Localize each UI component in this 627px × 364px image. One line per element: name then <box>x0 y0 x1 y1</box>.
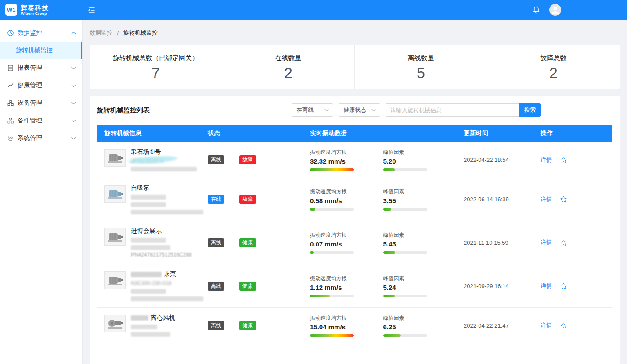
equipment-thumbnail <box>104 315 126 332</box>
star-icon[interactable] <box>560 282 567 290</box>
detail-link[interactable]: 详情 <box>541 156 552 164</box>
detail-link[interactable]: 详情 <box>541 196 552 203</box>
sidebar-collapse-icon[interactable] <box>88 7 96 14</box>
crest-value: 6.25 <box>383 323 457 331</box>
logo-mark: W1 <box>5 4 17 16</box>
crest-value: 5.20 <box>383 157 457 165</box>
chevron-down-icon <box>71 67 76 70</box>
rms-bar-fill <box>310 334 354 337</box>
stat-online: 在线数量 2 <box>222 45 355 89</box>
sidebar-item-system-management[interactable]: 系统管理 <box>0 129 82 147</box>
sidebar-item-spareparts-management[interactable]: 备件管理 <box>0 112 82 129</box>
equipment-name: 水泵 <box>131 271 200 278</box>
rms-label: 振动速度均方根 <box>310 188 383 196</box>
update-time: 2022-04-22 18:54 <box>456 157 533 163</box>
health-status-select[interactable]: 健康状态 <box>339 103 380 117</box>
rms-label: 振动速度均方根 <box>310 232 383 239</box>
update-time: 2022-06-14 16:39 <box>456 196 533 203</box>
stat-label: 旋转机械总数（已绑定网关） <box>90 54 222 62</box>
crest-value: 5.45 <box>383 240 457 248</box>
search-input[interactable] <box>386 103 519 117</box>
chevron-down-icon <box>71 119 76 122</box>
rms-bar-track <box>310 168 354 171</box>
crest-bar-track <box>383 251 427 254</box>
sidebar-item-label: 数据监控 <box>18 29 42 37</box>
crest-bar-track <box>383 295 427 297</box>
sidebar-item-health-management[interactable]: 健康管理 <box>0 77 82 94</box>
notification-bell-icon[interactable] <box>532 6 541 14</box>
sidebar-item-rotating-machinery[interactable]: 旋转机械监控 <box>0 42 82 59</box>
breadcrumb: 数据监控 / 旋转机械监控 <box>90 29 620 37</box>
rms-bar-fill <box>310 295 330 297</box>
components-icon <box>7 117 14 124</box>
star-icon[interactable] <box>560 322 567 329</box>
rms-value: 0.07 mm/s <box>310 240 383 248</box>
rms-value: 15.04 mm/s <box>310 323 383 331</box>
redacted-text <box>131 245 170 250</box>
crest-label: 峰值因素 <box>383 275 457 282</box>
stats-summary-card: 旋转机械总数（已绑定网关） 7 在线数量 2 离线数量 5 故障总数 2 <box>90 45 620 89</box>
crest-bar-track <box>383 334 427 337</box>
equipment-serial: PN42478217512516C288 <box>131 252 192 258</box>
redacted-text <box>131 202 166 207</box>
gear-icon <box>7 135 14 142</box>
detail-link[interactable]: 详情 <box>541 321 552 329</box>
brand-subtitle: Witium Group <box>21 11 49 16</box>
status-badge: 在线 <box>208 195 224 204</box>
health-badge: 故障 <box>239 155 256 164</box>
star-icon[interactable] <box>560 239 567 246</box>
table-row: 离心风机 离线 健康 振动速度均方根 15.04 mm/s <box>97 308 612 343</box>
redacted-text <box>131 315 148 321</box>
stat-offline: 离线数量 5 <box>355 45 487 89</box>
detail-link[interactable]: 详情 <box>541 239 552 246</box>
rms-bar-track <box>310 251 354 254</box>
health-badge: 故障 <box>239 195 256 204</box>
breadcrumb-current: 旋转机械监控 <box>123 29 158 36</box>
sidebar-item-label: 备件管理 <box>18 117 42 125</box>
breadcrumb-separator: / <box>117 29 119 36</box>
search-button[interactable]: 搜索 <box>519 103 541 117</box>
list-title: 旋转机械监控列表 <box>97 106 150 114</box>
redacted-text <box>131 167 197 171</box>
sidebar-item-label: 设备管理 <box>18 99 42 107</box>
main-content: 数据监控 / 旋转机械监控 旋转机械总数（已绑定网关） 7 在线数量 2 离线数… <box>82 20 627 364</box>
app-window: W1 辉泰科技 Witium Group <box>0 0 627 364</box>
redacted-text <box>131 332 170 337</box>
stat-value: 2 <box>487 64 620 82</box>
health-status-select-value: 健康状态 <box>343 106 366 114</box>
user-avatar[interactable] <box>549 4 561 16</box>
redacted-text <box>131 272 162 277</box>
crest-value: 3.55 <box>383 197 457 204</box>
crest-bar-fill <box>383 295 395 297</box>
redacted-text <box>131 210 203 214</box>
stat-label: 在线数量 <box>222 54 354 62</box>
rms-bar-fill <box>310 168 354 171</box>
sidebar-item-report-management[interactable]: 报表管理 <box>0 59 82 77</box>
table-row: 水泵 N3C300-230-018 离线 健康 振动速度均方根 1. <box>97 264 612 308</box>
redacted-text <box>131 195 166 200</box>
breadcrumb-section[interactable]: 数据监控 <box>90 29 112 36</box>
detail-link[interactable]: 详情 <box>541 282 552 290</box>
equipment-thumbnail <box>104 149 126 167</box>
sidebar-item-label: 报表管理 <box>18 64 42 72</box>
brand-name: 辉泰科技 <box>21 4 49 11</box>
crest-label: 峰值因素 <box>383 232 457 239</box>
online-status-select-value: 在离线 <box>296 106 314 114</box>
crest-value: 5.24 <box>383 284 457 291</box>
table-header: 旋转机械信息 状态 实时振动数据 更新时间 操作 <box>97 125 612 142</box>
sidebar-item-label: 健康管理 <box>18 82 42 89</box>
stat-value: 2 <box>222 64 354 82</box>
chevron-up-icon <box>71 32 76 35</box>
stat-value: 5 <box>355 64 487 82</box>
status-badge: 离线 <box>208 321 224 330</box>
online-status-select[interactable]: 在离线 <box>292 103 333 117</box>
sidebar-item-data-monitoring[interactable]: 数据监控 <box>0 24 82 42</box>
crest-label: 峰值因素 <box>383 149 457 156</box>
chevron-down-icon <box>71 102 76 105</box>
star-icon[interactable] <box>560 156 567 164</box>
equipment-name: 采石场①号 <box>131 148 197 156</box>
crest-bar-fill <box>383 251 395 254</box>
crest-bar-track <box>383 208 427 211</box>
sidebar-item-equipment-management[interactable]: 设备管理 <box>0 94 82 112</box>
star-icon[interactable] <box>560 196 567 203</box>
